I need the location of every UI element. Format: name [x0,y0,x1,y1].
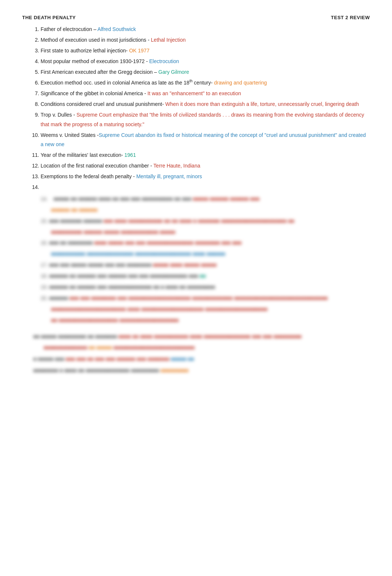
page-header: THE DEATH PENALTY TEST 2 REVIEW [22,15,370,20]
item-answer: Alfred Southwick [97,26,136,32]
question-list: Father of electrocution – Alfred Southwi… [30,25,370,192]
list-item: Most popular method of execution 1930-19… [41,57,370,66]
item-answer: drawing and quartering [214,80,267,86]
list-item: Significance of the gibbet in colonial A… [41,89,370,99]
item-prefix: Exemptions to the federal death penalty … [41,173,136,179]
item-answer: It was an "enhancement" to an execution [148,90,241,96]
list-item: Execution method occ. used in colonial A… [41,78,370,88]
item-answer: Mentally ill, pregnant, minors [136,173,202,179]
item-prefix: First American executed after the Gregg … [41,69,158,75]
item-prefix: Location of the first national execution… [41,163,154,169]
blurred-content-2: ■■ ■■■■■ ■■■■■■■■■ ■■ ■■■■■■■ ■■■■ ■■ ■■… [33,332,370,376]
item-prefix: Conditions considered cruel and unusual … [41,101,165,107]
item-answer: Lethal Injection [151,37,186,43]
list-item: First American executed after the Gregg … [41,68,370,77]
item-prefix: Trop v. Dulles - [41,112,76,118]
item-answer: 1961 [124,152,136,158]
list-item: Method of execution used in most jurisdi… [41,35,370,45]
list-item: Conditions considered cruel and unusual … [41,100,370,109]
item-prefix: Execution method occ. used in colonial A… [41,80,214,86]
item-answer: Electrocution [149,58,179,64]
list-item: Exemptions to the federal death penalty … [41,172,370,182]
blurred-content-1: 14. ■■■■■ ■■ ■■■■■■ ■■■■ ■■ ■■■ ■■■ ■■■■… [41,194,370,325]
item-prefix: Father of electrocution – [41,26,97,32]
header-left: THE DEATH PENALTY [22,15,76,20]
item-answer: Supreme Court emphasize that "the limits… [41,112,364,127]
item-prefix: First state to authorize lethal injectio… [41,48,129,54]
item-answer: Terre Haute, Indiana [154,163,200,169]
item-answer: OK 1977 [129,48,149,54]
item-prefix: Year of the militaries' last execution- [41,152,124,158]
item-prefix: Method of execution used in most jurisdi… [41,37,151,43]
item-prefix: Significance of the gibbet in colonial A… [41,90,148,96]
list-item: Father of electrocution – Alfred Southwi… [41,25,370,34]
list-item: Year of the militaries' last execution- … [41,151,370,160]
main-content: Father of electrocution – Alfred Southwi… [30,25,370,376]
item-answer: Gary Gilmore [158,69,189,75]
list-item: Weems v. United States -Supreme Court ab… [41,131,370,150]
list-item: Location of the first national execution… [41,161,370,171]
item-prefix: Most popular method of execution 1930-19… [41,58,149,64]
list-item: First state to authorize lethal injectio… [41,46,370,56]
item-answer: When it does more than extinguish a life… [165,101,359,107]
item-prefix: Weems v. United States - [41,132,99,138]
list-item: Trop v. Dulles - Supreme Court emphasize… [41,110,370,130]
list-item-14 [41,183,370,192]
header-right: TEST 2 REVIEW [331,15,370,20]
